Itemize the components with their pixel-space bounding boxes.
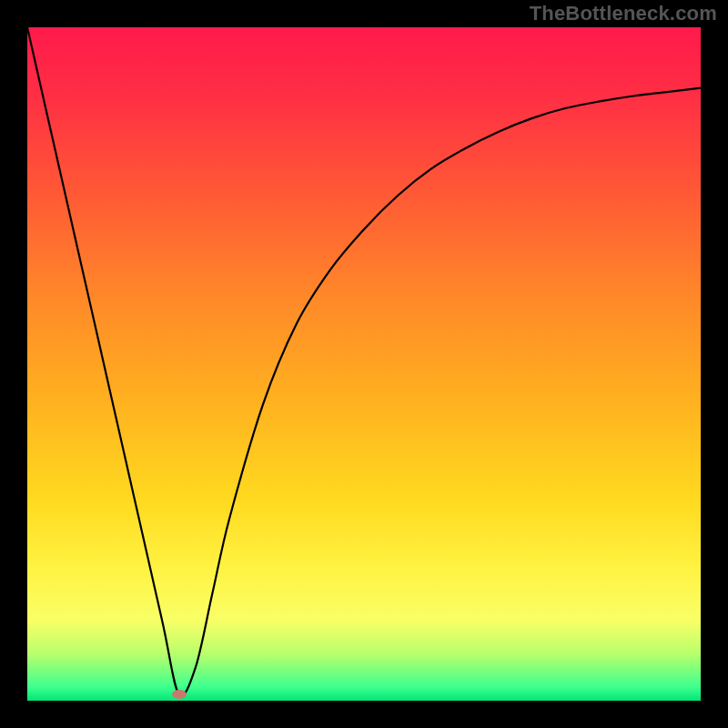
optimum-marker [172,690,187,699]
curve-path [27,27,701,696]
bottleneck-curve [27,27,701,701]
watermark-text: TheBottleneck.com [530,2,717,25]
plot-area [27,27,701,701]
chart-container: TheBottleneck.com [0,0,728,728]
